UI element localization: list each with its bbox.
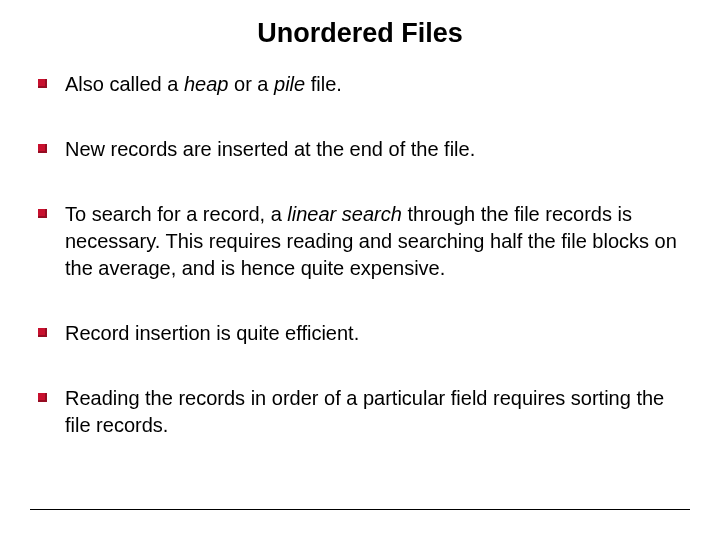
bullet-icon [38, 209, 47, 218]
emphasis-heap: heap [184, 73, 229, 95]
emphasis-linear-search: linear search [287, 203, 402, 225]
bullet-text: Reading the records in order of a partic… [65, 385, 690, 439]
list-item: Also called a heap or a pile file. [38, 71, 690, 98]
bullet-icon [38, 328, 47, 337]
text-run: Also called a [65, 73, 184, 95]
bullet-text: Also called a heap or a pile file. [65, 71, 690, 98]
bullet-text: New records are inserted at the end of t… [65, 136, 690, 163]
bullet-text: To search for a record, a linear search … [65, 201, 690, 282]
list-item: Record insertion is quite efficient. [38, 320, 690, 347]
slide-title: Unordered Files [30, 18, 690, 49]
divider [30, 509, 690, 510]
text-run: or a [228, 73, 274, 95]
bullet-icon [38, 144, 47, 153]
list-item: New records are inserted at the end of t… [38, 136, 690, 163]
bullet-text: Record insertion is quite efficient. [65, 320, 690, 347]
bullet-icon [38, 79, 47, 88]
slide: Unordered Files Also called a heap or a … [0, 0, 720, 540]
text-run: To search for a record, a [65, 203, 287, 225]
bullet-icon [38, 393, 47, 402]
list-item: To search for a record, a linear search … [38, 201, 690, 282]
text-run: file. [305, 73, 342, 95]
list-item: Reading the records in order of a partic… [38, 385, 690, 439]
bullet-list: Also called a heap or a pile file. New r… [30, 71, 690, 439]
emphasis-pile: pile [274, 73, 305, 95]
